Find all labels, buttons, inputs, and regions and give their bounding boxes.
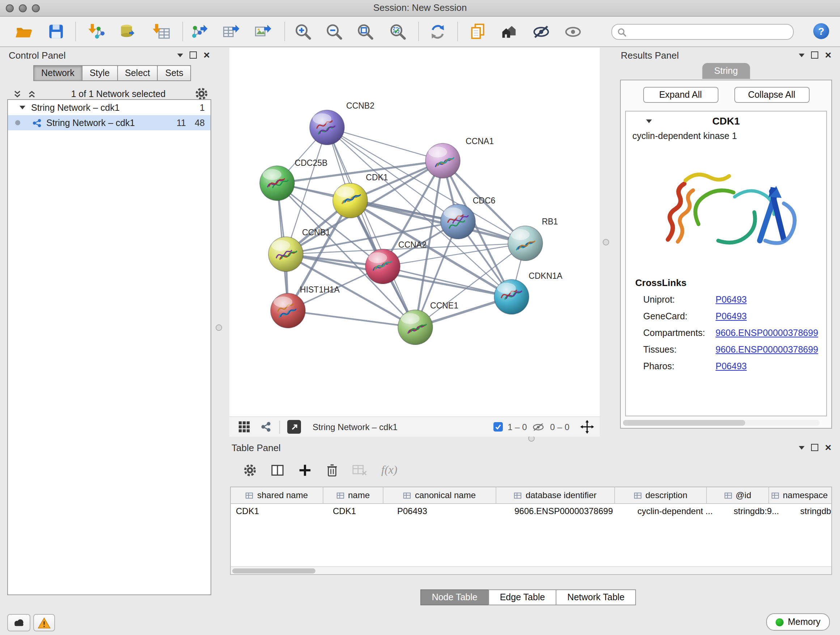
warnings-button[interactable]	[33, 614, 55, 631]
selected-checkbox[interactable]	[493, 422, 502, 432]
expand-all-button[interactable]: Expand All	[643, 87, 718, 103]
network-node-CDK1[interactable]: CDK1	[333, 173, 388, 218]
table-row[interactable]: CDK1 CDK1 P06493 9606.ENSP00000378699 cy…	[231, 504, 831, 518]
cell-namespace[interactable]: stringdb	[795, 506, 832, 516]
cell-database-identifier[interactable]: 9606.ENSP00000378699	[509, 506, 632, 516]
function-builder-button[interactable]: f(x)	[381, 463, 397, 477]
column-header-name[interactable]: name	[324, 487, 384, 503]
documents-button[interactable]	[467, 21, 488, 42]
panel-maximize-icon[interactable]	[811, 444, 818, 451]
network-node-CCNB1[interactable]: CCNB1	[268, 228, 330, 272]
delete-table-icon[interactable]	[352, 463, 368, 477]
delete-column-trash-icon[interactable]	[325, 463, 339, 477]
column-header-database-identifier[interactable]: database identifier	[496, 487, 615, 503]
gear-icon[interactable]	[195, 87, 208, 101]
column-header-id[interactable]: @id	[707, 487, 769, 503]
homes-button[interactable]	[499, 21, 520, 42]
collapse-all-icon[interactable]	[13, 89, 22, 98]
pan-crosshair-icon[interactable]	[580, 420, 594, 434]
panel-close-icon[interactable]: ×	[203, 51, 210, 59]
tab-select[interactable]: Select	[117, 65, 158, 81]
network-canvas[interactable]: CCNB2CCNA1CDC25BCDK1CDC6RB1CCNB1CCNA2CDK…	[229, 48, 600, 416]
zoom-in-button[interactable]	[292, 21, 314, 42]
network-row[interactable]: String Network – cdk1 11 48	[8, 115, 210, 130]
cell-id[interactable]: stringdb:9...	[729, 506, 795, 516]
tab-sets[interactable]: Sets	[157, 65, 191, 81]
memory-button[interactable]: Memory	[766, 613, 830, 631]
panel-close-icon[interactable]: ×	[825, 51, 831, 59]
network-node-RB1[interactable]: RB1	[508, 217, 558, 261]
scrollbar-thumb[interactable]	[232, 568, 316, 573]
export-table-button[interactable]	[221, 21, 242, 42]
panel-float-icon[interactable]	[799, 53, 805, 57]
help-button[interactable]: ?	[813, 23, 829, 39]
tab-edge-table[interactable]: Edge Table	[488, 589, 557, 605]
crosslink-link[interactable]: P06493	[715, 361, 747, 371]
results-horizontal-scrollbar[interactable]	[623, 420, 820, 426]
network-edge[interactable]	[327, 127, 415, 327]
window-minimize-button[interactable]	[19, 4, 27, 12]
network-node-CDC6[interactable]: CDC6	[441, 196, 495, 239]
crosslink-link[interactable]: 9606.ENSP00000378699	[715, 344, 818, 355]
create-column-plus-icon[interactable]	[298, 463, 312, 477]
open-session-button[interactable]	[13, 21, 35, 42]
window-zoom-button[interactable]	[32, 4, 40, 12]
expand-all-icon[interactable]	[27, 89, 36, 98]
network-node-CDKN1A[interactable]: CDKN1A	[494, 271, 562, 314]
show-columns-icon[interactable]	[271, 463, 284, 477]
left-splitter-grip[interactable]	[216, 325, 222, 331]
window-close-button[interactable]	[6, 4, 14, 12]
tab-network-table[interactable]: Network Table	[556, 589, 636, 605]
cell-canonical-name[interactable]: P06493	[392, 506, 509, 516]
panel-maximize-icon[interactable]	[811, 51, 818, 59]
panel-float-icon[interactable]	[177, 53, 183, 57]
column-header-shared-name[interactable]: shared name	[231, 487, 324, 503]
scrollbar-thumb[interactable]	[623, 420, 745, 426]
column-header-canonical-name[interactable]: canonical name	[384, 487, 496, 503]
right-splitter-grip[interactable]	[603, 239, 609, 245]
grid-view-icon[interactable]	[238, 421, 250, 433]
save-session-button[interactable]	[45, 21, 66, 42]
import-table-from-file-button[interactable]	[150, 21, 172, 42]
cell-shared-name[interactable]: CDK1	[231, 506, 328, 516]
cell-name[interactable]: CDK1	[328, 506, 392, 516]
collapse-all-button[interactable]: Collapse All	[734, 87, 809, 103]
search-input[interactable]	[630, 25, 793, 38]
export-image-button[interactable]	[253, 21, 274, 42]
panel-close-icon[interactable]: ×	[825, 444, 831, 451]
collapse-section-icon[interactable]	[646, 119, 652, 123]
panel-float-icon[interactable]	[799, 446, 805, 449]
network-edge[interactable]	[288, 310, 415, 327]
tab-node-table[interactable]: Node Table	[420, 589, 489, 605]
tab-style[interactable]: Style	[82, 65, 118, 81]
crosslink-link[interactable]: 9606.ENSP00000378699	[715, 328, 818, 338]
zoom-fit-button[interactable]	[355, 21, 376, 42]
network-edge[interactable]	[327, 127, 443, 161]
table-horizontal-scrollbar[interactable]	[231, 566, 831, 574]
column-header-namespace[interactable]: namespace	[769, 487, 830, 503]
cell-description[interactable]: cyclin-dependent ...	[632, 506, 729, 516]
column-header-description[interactable]: description	[615, 487, 707, 503]
tab-network[interactable]: Network	[33, 65, 82, 81]
zoom-selected-button[interactable]	[387, 21, 409, 42]
crosslink-link[interactable]: P06493	[715, 311, 747, 321]
refresh-button[interactable]	[427, 21, 448, 42]
show-selected-button[interactable]	[562, 21, 584, 42]
table-settings-gear-icon[interactable]	[243, 463, 257, 477]
crosslink-link[interactable]: P06493	[715, 295, 747, 304]
protein-card-header[interactable]: CDK1	[626, 111, 826, 130]
cloud-status-button[interactable]	[7, 614, 30, 631]
network-node-CCNA1[interactable]: CCNA1	[425, 136, 494, 178]
panel-maximize-icon[interactable]	[189, 51, 197, 59]
network-node-HIST1H1A[interactable]: HIST1H1A	[271, 285, 340, 328]
network-overview-icon[interactable]	[260, 421, 272, 433]
tree-disclosure-icon[interactable]	[19, 106, 25, 109]
zoom-out-button[interactable]	[324, 21, 345, 42]
string-results-tab[interactable]: String	[702, 63, 750, 79]
import-network-from-database-button[interactable]	[117, 21, 139, 42]
hide-selected-button[interactable]	[531, 21, 552, 42]
detach-view-button[interactable]	[287, 420, 301, 434]
import-network-from-file-button[interactable]	[85, 21, 107, 42]
network-collection-row[interactable]: String Network – cdk1 1	[8, 100, 210, 115]
export-network-button[interactable]	[189, 21, 210, 42]
